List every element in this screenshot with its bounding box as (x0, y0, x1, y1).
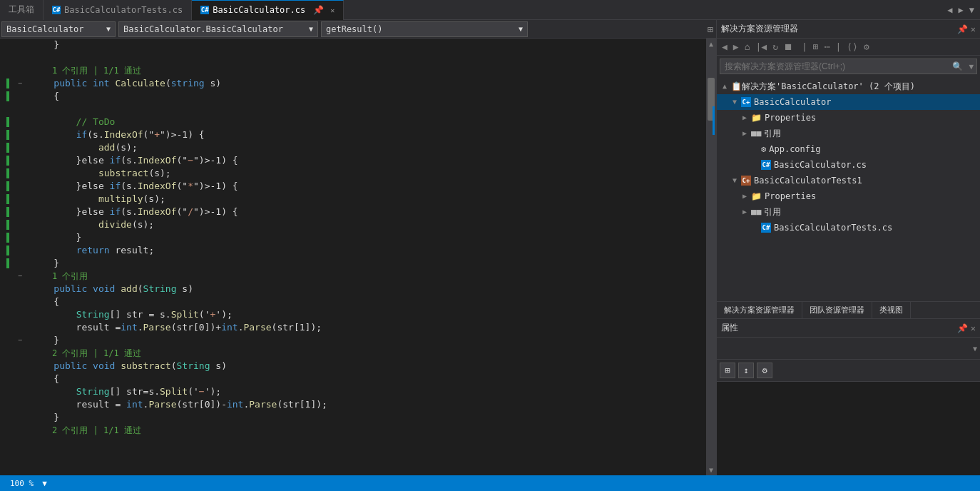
pin-icon[interactable]: 📌 (957, 24, 968, 34)
code-line: { (31, 90, 706, 103)
properties-pin-icon[interactable]: 📌 (957, 323, 968, 333)
tree-folder-icon-1: 📁 (751, 111, 762, 125)
tree-ref-icon-1: ■■ (751, 126, 761, 141)
ref-line: 1 个引用 (31, 270, 706, 283)
tree-properties2-arrow: ▶ (740, 189, 750, 203)
nav-bar: BasicCalculator ▼ BasicCalculator.BasicC… (0, 20, 716, 39)
filter-btn[interactable]: ⋯ (822, 40, 832, 54)
tree-item-testcs[interactable]: C# BasicCalculatorTests.cs (717, 220, 980, 236)
search-input[interactable] (720, 61, 949, 71)
tab-close-button[interactable]: ✕ (330, 6, 335, 14)
code-line: public void add(String s) (31, 283, 706, 295)
home-btn[interactable]: ⌂ (742, 40, 752, 54)
code-line: } (31, 334, 706, 347)
tree-ref2-label: 引用 (764, 205, 781, 219)
search-icon[interactable]: 🔍 (949, 61, 966, 71)
tree-root[interactable]: ▲ 📋 解决方案'BasicCalculator' (2 个项目) (717, 79, 980, 94)
tree-ref2-arrow: ▶ (740, 205, 750, 219)
class-dropdown-label: BasicCalculator (6, 24, 83, 34)
collapse-column: − − − (14, 39, 26, 475)
toolbar-sep1: | (800, 40, 810, 54)
code-line: } (31, 257, 706, 270)
tree-folder-icon-2: 📁 (751, 189, 762, 203)
tab-toolbox[interactable]: 工具箱 (0, 0, 44, 20)
collapse-btn-1[interactable]: − (18, 77, 22, 90)
tab-dropdown[interactable]: ▼ (966, 5, 977, 15)
code-line: }else if(s.IndexOf("*")>-1) { (31, 180, 706, 193)
tree-ref-icon-2: ■■ (751, 205, 761, 219)
tree-tests1-icon: C+ (741, 176, 751, 186)
scroll-down-arrow[interactable]: ▼ (708, 465, 715, 475)
properties-object-dropdown[interactable]: ▼ (720, 339, 977, 358)
tree-root-icon: 📋 (731, 79, 742, 93)
code-view-btn[interactable]: ⟨⟩ (844, 40, 860, 54)
prop-settings-btn[interactable]: ⚙ (757, 363, 772, 378)
tab-team-explorer[interactable]: 团队资源管理器 (802, 302, 872, 318)
green-indicator-1 (6, 79, 9, 88)
properties-header: 属性 📌 ✕ (717, 319, 980, 338)
close-panel-icon[interactable]: ✕ (971, 24, 976, 34)
back-btn[interactable]: ◀ (720, 40, 730, 54)
calculator-tab-label: BasicCalculator.cs (213, 5, 305, 15)
tab-class-label: 类视图 (879, 305, 903, 315)
pin-icon: 📌 (313, 5, 324, 15)
tree-basiccalc-arrow: ▼ (730, 95, 740, 109)
tab-tests[interactable]: C# BasicCalculatorTests.cs (44, 0, 192, 20)
tree-item-appconfig[interactable]: ⚙ App.config (717, 141, 980, 157)
code-line: }else if(s.IndexOf("/")>-1) { (31, 206, 706, 218)
tree-testcs-label: BasicCalculatorTests.cs (774, 221, 892, 235)
properties-btn[interactable]: |◀ (753, 40, 769, 54)
tab-solution-explorer[interactable]: 解决方案资源管理器 (717, 302, 802, 318)
new-window-btn[interactable]: ⊞ (811, 40, 821, 54)
tree-item-properties1[interactable]: ▶ 📁 Properties (717, 110, 980, 126)
code-line: result = int.Parse(str[0])-int.Parse(str… (31, 398, 706, 411)
method-dropdown[interactable]: getResult() ▼ (321, 21, 528, 37)
tab-team-label: 团队资源管理器 (810, 305, 864, 315)
search-dropdown-arrow[interactable]: ▼ (966, 62, 976, 71)
class-dropdown[interactable]: BasicCalculator ▼ (1, 21, 116, 37)
stop-btn[interactable]: ⏹ (782, 40, 795, 54)
green-indicator-6 (6, 156, 9, 166)
tree-item-ref1[interactable]: ▶ ■■ 引用 (717, 126, 980, 141)
method-dropdown-arrow: ▼ (519, 25, 523, 33)
zoom-dropdown[interactable]: ▼ (38, 479, 51, 488)
tree-item-tests1[interactable]: ▼ C+ BasicCalculatorTests1 (717, 173, 980, 188)
tree-item-basiccalculator[interactable]: ▼ C+ BasicCalculator (717, 94, 980, 110)
settings-btn[interactable]: ⚙ (862, 40, 872, 54)
solution-explorer-title: 解决方案资源管理器 (721, 23, 798, 35)
tree-item-basiccalculator-cs[interactable]: C# BasicCalculator.cs (717, 157, 980, 173)
vertical-scrollbar[interactable]: ▲ ▼ (706, 39, 716, 475)
tree-item-ref2[interactable]: ▶ ■■ 引用 (717, 204, 980, 220)
code-editor[interactable]: } 1 个引用 | 1/1 通过 public int Calculate(st… (26, 39, 706, 475)
tree-root-label: 解决方案'BasicCalculator' (2 个项目) (742, 79, 915, 93)
green-indicator-7 (6, 168, 9, 178)
code-line: add(s); (31, 141, 706, 154)
cs-icon-tests: C# (52, 6, 61, 14)
code-line: public void substract(String s) (31, 360, 706, 373)
prop-categories-btn[interactable]: ⊞ (720, 363, 735, 378)
collapse-btn-2[interactable]: − (18, 270, 22, 283)
forward-btn[interactable]: ▶ (731, 40, 741, 54)
code-line: } (31, 411, 706, 424)
namespace-dropdown[interactable]: BasicCalculator.BasicCalculator ▼ (118, 21, 318, 37)
tab-calculator[interactable]: C# BasicCalculator.cs 📌 ✕ (192, 0, 344, 20)
properties-close-icon[interactable]: ✕ (971, 323, 976, 333)
green-indicator-8 (6, 181, 9, 191)
tests-tab-label: BasicCalculatorTests.cs (64, 5, 183, 15)
code-line: }else if(s.IndexOf("−")>-1) { (31, 154, 706, 167)
tab-class-view[interactable]: 类视图 (872, 302, 911, 318)
zoom-level[interactable]: 100 % (6, 479, 38, 488)
tab-scroll-right[interactable]: ▶ (956, 5, 966, 15)
code-line: } (31, 231, 706, 244)
scroll-up-arrow[interactable]: ▲ (708, 39, 715, 49)
tree-ref1-arrow: ▶ (740, 126, 750, 141)
expand-editor-btn[interactable]: ⊞ (708, 24, 713, 35)
tree-item-properties2[interactable]: ▶ 📁 Properties (717, 188, 980, 204)
green-indicator-4 (6, 130, 9, 140)
search-bar: 🔍 ▼ (720, 59, 977, 74)
refresh-btn[interactable]: ↻ (770, 40, 780, 54)
collapse-btn-3[interactable]: − (18, 334, 22, 347)
tab-scroll-left[interactable]: ◀ (944, 5, 955, 15)
prop-sort-btn[interactable]: ↕ (738, 363, 754, 378)
tab-bar: 工具箱 C# BasicCalculatorTests.cs C# BasicC… (0, 0, 980, 20)
